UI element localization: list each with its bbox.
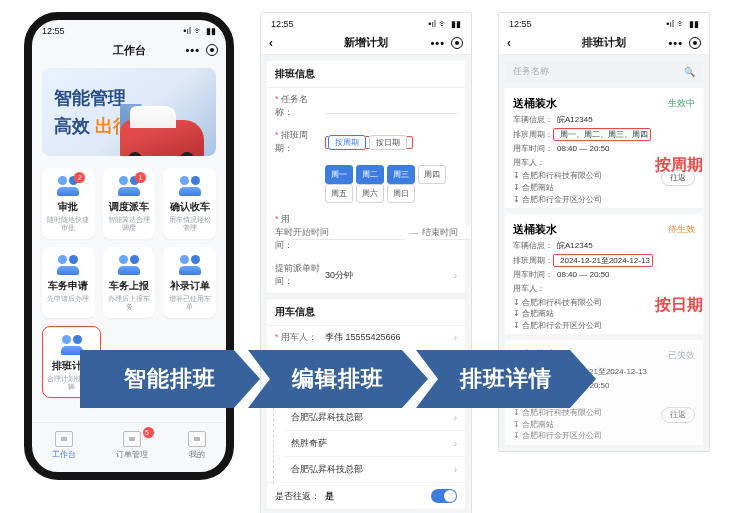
card-supplement[interactable]: 补录订单 增补已使用车单 xyxy=(163,247,216,318)
grid-icon xyxy=(55,431,73,447)
card-report[interactable]: 车务上报 办理后上报车务 xyxy=(103,247,156,318)
search-icon: 🔍 xyxy=(684,67,695,77)
stop-sub[interactable]: 合肥弘昇科技总部› xyxy=(283,456,465,482)
input-start-time[interactable] xyxy=(293,225,405,240)
page-title: 新增计划 xyxy=(344,35,388,50)
tab-bar: 工作台 5订单管理 我的 xyxy=(32,422,226,462)
cycle-highlight: 周一、周二、周三、周四 xyxy=(553,128,651,142)
phone-workbench: 12:55 •ılᯤ▮▮ 工作台 智能管理 高效 出行 2 审批 随时随地快捷审… xyxy=(24,12,234,480)
label-time: 用车时间： xyxy=(275,213,293,252)
card-approval[interactable]: 2 审批 随时随地快捷审批 xyxy=(42,168,95,239)
pill-mon[interactable]: 周一 xyxy=(325,165,353,184)
card-apply[interactable]: 车务申请 先申请后办理 xyxy=(42,247,95,318)
tab-workbench[interactable]: 工作台 xyxy=(52,431,76,460)
search-box[interactable]: 任务名称🔍 xyxy=(505,61,703,82)
status-badge: 已失效 xyxy=(668,349,695,362)
pill-wed[interactable]: 周三 xyxy=(387,165,415,184)
pill-sat[interactable]: 周六 xyxy=(356,184,384,203)
page-title: 排班计划 xyxy=(582,35,626,50)
target-icon[interactable] xyxy=(689,37,701,49)
phone-new-plan: 12:55 •ılᯤ▮▮ ‹ 新增计划 排班信息 任务名称： 排班周期： 按周期… xyxy=(260,12,472,513)
value-user: 李伟 15555425666 xyxy=(325,331,401,344)
status-bar: 12:55 •ılᯤ▮▮ xyxy=(261,13,471,31)
card-return[interactable]: 确认收车 用车情况轻松管理 xyxy=(163,168,216,239)
car-illustration xyxy=(120,120,204,156)
row-roundtrip: 是否往返： 是 xyxy=(267,482,465,509)
roundtrip-pill[interactable]: 往返 xyxy=(661,407,695,423)
label-user: 用车人： xyxy=(275,331,325,344)
banner-line1: 智能管理 xyxy=(54,86,126,110)
flow-steps: 智能排班 编辑排班 排班详情 xyxy=(80,350,584,408)
toggle-roundtrip[interactable] xyxy=(431,489,457,503)
status-badge: 生效中 xyxy=(668,97,695,110)
stop-sub[interactable]: 然胜奇萨› xyxy=(283,430,465,456)
navbar: 工作台 xyxy=(32,38,226,62)
more-icon[interactable] xyxy=(430,37,445,49)
page-title: 工作台 xyxy=(113,43,146,58)
pill-sun[interactable]: 周日 xyxy=(387,184,415,203)
navbar: ‹ 新增计划 xyxy=(261,31,471,55)
flow-step-1: 智能排班 xyxy=(80,350,260,408)
grid-icon xyxy=(123,431,141,447)
plan-card[interactable]: 送桶装水待生效 车辆信息：皖A12345 排班周期：2024-12-21至202… xyxy=(505,214,703,334)
status-bar: 12:55 •ılᯤ▮▮ xyxy=(32,20,226,38)
input-end-time[interactable] xyxy=(422,225,472,240)
target-icon[interactable] xyxy=(451,37,463,49)
pill-by-week[interactable]: 按周期 xyxy=(328,135,366,150)
value-ahead[interactable]: 30分钟 xyxy=(325,269,353,282)
tab-orders[interactable]: 5订单管理 xyxy=(116,431,148,460)
flow-step-3: 排班详情 xyxy=(416,350,596,408)
input-task-name[interactable] xyxy=(325,99,457,114)
chevron-icon[interactable]: › xyxy=(454,332,457,343)
pill-by-date[interactable]: 按日期 xyxy=(369,135,407,150)
badge: 2 xyxy=(74,172,85,183)
pill-tue[interactable]: 周二 xyxy=(356,165,384,184)
status-icons: •ılᯤ▮▮ xyxy=(180,26,216,36)
label-ahead: 提前派单时间： xyxy=(275,262,325,288)
status-badge: 待生效 xyxy=(668,223,695,236)
flow-step-2: 编辑排班 xyxy=(248,350,428,408)
pill-thu[interactable]: 周四 xyxy=(418,165,446,184)
section-schedule-info: 排班信息 任务名称： 排班周期： 按周期按日期 周一 周二 周三 周四 周五 周… xyxy=(267,61,465,293)
navbar: ‹ 排班计划 xyxy=(499,31,709,55)
label-cycle: 排班周期： xyxy=(275,129,325,155)
clock: 12:55 xyxy=(42,26,65,36)
tab-mine[interactable]: 我的 xyxy=(188,431,206,460)
back-icon[interactable]: ‹ xyxy=(507,36,511,50)
label-task-name: 任务名称： xyxy=(275,93,325,119)
card-dispatch[interactable]: 1 调度派车 智能算法合理调度 xyxy=(103,168,156,239)
cycle-highlight: 2024-12-21至2024-12-13 xyxy=(553,254,653,268)
status-bar: 12:55 •ılᯤ▮▮ xyxy=(499,13,709,31)
pill-fri[interactable]: 周五 xyxy=(325,184,353,203)
more-icon[interactable] xyxy=(668,37,683,49)
target-icon[interactable] xyxy=(206,44,218,56)
plan-card[interactable]: 送桶装水生效中 车辆信息：皖A12345 排班周期：周一、周二、周三、周四 用车… xyxy=(505,88,703,208)
hero-banner[interactable]: 智能管理 高效 出行 xyxy=(42,68,216,156)
badge: 1 xyxy=(135,172,146,183)
grid-icon xyxy=(188,431,206,447)
back-icon[interactable]: ‹ xyxy=(269,36,273,50)
annotation-by-week: 按周期 xyxy=(655,155,703,176)
cycle-option-highlight: 按周期按日期 xyxy=(325,136,413,149)
annotation-by-date: 按日期 xyxy=(655,295,703,316)
more-icon[interactable] xyxy=(185,44,200,56)
